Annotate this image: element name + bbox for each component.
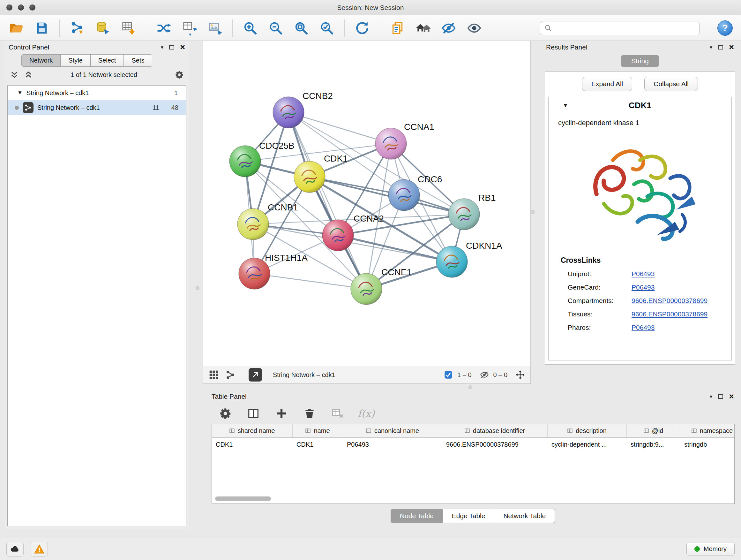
new-network-button[interactable] [156,20,172,36]
column-header-name[interactable]: name [293,424,343,437]
vertical-splitter-handle[interactable] [531,210,535,214]
network-node-cdk1[interactable] [294,161,325,192]
network-node-ccna1[interactable] [375,128,407,159]
column-header-description[interactable]: description [548,424,627,437]
crosslink-link[interactable]: 9606.ENSP00000378699 [631,297,708,305]
column-header-shared-name[interactable]: shared name [212,424,293,437]
home-button[interactable] [415,20,431,36]
network-node-ccna2[interactable] [322,220,354,251]
hidden-eye-slash-icon[interactable] [480,370,489,379]
network-node-ccnb1[interactable] [238,208,269,240]
column-header-label: canonical name [374,427,419,435]
network-node-cdkn1a[interactable] [436,246,468,277]
network-node-cdc6[interactable] [388,179,420,211]
open-session-button[interactable] [8,20,24,36]
zoom-in-button[interactable] [242,20,258,36]
minimize-window-button[interactable] [18,4,24,10]
column-header-label: namespace [700,427,733,435]
crosslink-link[interactable]: P06493 [631,270,655,278]
network-view[interactable]: CCNB2CCNA1CDC25BCDK1CDC6RB1CCNB1CCNA2CDK… [203,41,531,384]
zoom-out-button[interactable] [268,20,284,36]
tab-sets[interactable]: Sets [124,54,152,67]
tab-node-table[interactable]: Node Table [391,509,443,523]
memory-button[interactable]: Memory [686,542,735,556]
expand-all-button[interactable]: Expand All [582,77,632,91]
import-table-file-button[interactable] [120,20,136,36]
string-results-tab[interactable]: String [621,55,659,67]
move-crosshair-icon[interactable] [516,370,525,379]
network-node-ccne1[interactable] [351,273,382,305]
copy-document-button[interactable] [390,20,406,36]
column-header-database-identifier[interactable]: database identifier [442,424,548,437]
float-panel-icon[interactable] [718,394,723,399]
close-panel-icon[interactable]: × [729,43,734,52]
network-edge-ccnb2-ccna1[interactable] [288,112,391,144]
network-collection-row[interactable]: ▼ String Network – cdk1 1 [8,85,186,100]
gene-header[interactable]: ▼ CDK1 [549,97,731,114]
gene-expander-icon[interactable]: ▼ [562,102,568,109]
column-header--id[interactable]: @id [627,424,680,437]
warnings-button[interactable] [30,542,48,557]
table-cell: CDK1 [212,438,293,451]
tab-style[interactable]: Style [61,54,90,67]
search-input[interactable] [556,24,695,32]
refresh-button[interactable] [354,20,370,36]
horizontal-splitter-handle[interactable] [468,385,472,389]
tab-edge-table[interactable]: Edge Table [443,509,495,523]
table-settings-button[interactable] [217,406,233,422]
network-node-cdc25b[interactable] [229,145,261,177]
crosslink-label: Compartments: [568,297,631,305]
column-header-namespace[interactable]: namespace [680,424,735,437]
expand-all-icon[interactable] [24,70,33,79]
tab-network[interactable]: Network [21,54,61,67]
export-table-button[interactable] [181,20,197,36]
crosslink-link[interactable]: P06493 [631,284,655,291]
collapse-all-button[interactable]: Collapse All [644,77,698,91]
close-panel-icon[interactable]: × [180,43,185,52]
network-canvas[interactable]: CCNB2CCNA1CDC25BCDK1CDC6RB1CCNB1CCNA2CDK… [203,41,531,366]
panel-menu-icon[interactable]: ▾ [710,393,713,400]
close-window-button[interactable] [6,4,12,10]
zoom-selected-button[interactable] [319,20,335,36]
network-options-gear-icon[interactable] [175,70,184,79]
save-session-button[interactable] [34,20,50,36]
open-in-new-window-button[interactable] [249,368,262,381]
maximize-window-button[interactable] [29,4,36,10]
crosslink-link[interactable]: 9606.ENSP00000378699 [631,310,708,318]
tree-expander-icon[interactable]: ▼ [17,90,23,96]
show-all-button[interactable] [466,20,482,36]
panel-menu-icon[interactable]: ▾ [710,44,713,51]
hide-selected-button[interactable] [441,20,457,36]
network-edge-ccna2-cdkn1a[interactable] [338,235,452,262]
horizontal-scrollbar[interactable] [215,496,271,501]
tab-select[interactable]: Select [91,54,124,67]
cloud-status-button[interactable] [6,542,23,557]
birds-eye-view-button[interactable] [209,370,219,380]
zoom-fit-button[interactable] [293,20,309,36]
search-field[interactable] [540,21,699,35]
network-row[interactable]: String Network – cdk1 11 48 [8,100,186,115]
add-column-button[interactable] [273,406,289,422]
table-row[interactable]: CDK1CDK1P064939606.ENSP00000378699cyclin… [212,438,734,451]
vertical-splitter-handle[interactable] [196,287,199,290]
collapse-all-icon[interactable] [10,70,19,79]
help-button[interactable]: ? [718,20,733,36]
column-header-canonical-name[interactable]: canonical name [343,424,442,437]
network-edge-ccne1-hist1h1a[interactable] [254,273,366,289]
delete-column-button[interactable] [301,406,318,422]
import-network-file-button[interactable] [69,20,85,36]
float-panel-icon[interactable] [718,45,723,50]
tab-network-table[interactable]: Network Table [494,509,555,523]
table-cell: cyclin-dependent ... [548,438,627,451]
network-node-rb1[interactable] [448,199,480,230]
panel-menu-icon[interactable]: ▾ [161,44,164,51]
show-columns-button[interactable] [246,406,261,422]
import-network-database-button[interactable] [95,20,111,36]
export-image-button[interactable] [207,20,223,36]
network-overview-button[interactable] [225,370,235,380]
selected-checkbox-icon[interactable] [444,370,453,379]
network-node-ccnb2[interactable] [273,97,304,128]
close-panel-icon[interactable]: × [729,392,734,401]
float-panel-icon[interactable] [169,45,174,50]
crosslink-link[interactable]: P06493 [631,324,655,331]
